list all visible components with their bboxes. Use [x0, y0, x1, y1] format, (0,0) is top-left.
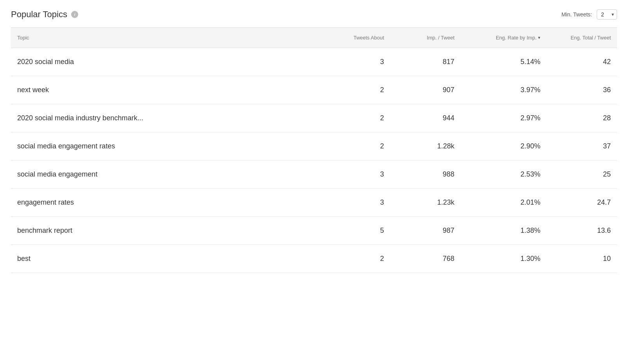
cell-eng-total: 36: [547, 79, 617, 101]
col-header-eng-rate[interactable]: Eng. Rate by Imp. ▾: [461, 32, 547, 44]
info-icon[interactable]: i: [71, 11, 78, 18]
cell-tweets-about: 2: [320, 135, 390, 157]
cell-eng-rate: 1.38%: [461, 219, 547, 242]
cell-imp-per-tweet: 907: [390, 79, 461, 101]
cell-eng-total: 25: [547, 163, 617, 186]
cell-topic: social media engagement rates: [11, 135, 320, 157]
col-header-topic: Topic: [11, 32, 320, 44]
cell-topic: engagement rates: [11, 191, 320, 214]
col-header-tweets-about: Tweets About: [320, 32, 390, 44]
cell-tweets-about: 2: [320, 107, 390, 129]
title-area: Popular Topics i: [11, 9, 78, 20]
table-row[interactable]: social media engagement39882.53%25: [11, 161, 617, 189]
cell-eng-rate: 1.30%: [461, 248, 547, 270]
cell-tweets-about: 5: [320, 219, 390, 242]
cell-topic: benchmark report: [11, 219, 320, 242]
table-row[interactable]: social media engagement rates21.28k2.90%…: [11, 132, 617, 161]
table-body: 2020 social media38175.14%42next week290…: [11, 48, 617, 273]
cell-eng-total: 42: [547, 51, 617, 73]
table-row[interactable]: best27681.30%10: [11, 245, 617, 273]
cell-topic: 2020 social media industry benchmark...: [11, 107, 320, 129]
cell-tweets-about: 3: [320, 163, 390, 186]
cell-imp-per-tweet: 944: [390, 107, 461, 129]
cell-eng-total: 10: [547, 248, 617, 270]
min-tweets-label: Min. Tweets:: [562, 11, 592, 18]
page-title: Popular Topics: [11, 9, 67, 20]
min-tweets-area: Min. Tweets: 2 3 5 10: [562, 9, 617, 20]
table-row[interactable]: engagement rates31.23k2.01%24.7: [11, 189, 617, 217]
cell-eng-rate: 2.90%: [461, 135, 547, 157]
cell-imp-per-tweet: 987: [390, 219, 461, 242]
cell-eng-rate: 2.97%: [461, 107, 547, 129]
table-row[interactable]: 2020 social media38175.14%42: [11, 48, 617, 76]
cell-tweets-about: 3: [320, 191, 390, 214]
cell-topic: best: [11, 248, 320, 270]
cell-tweets-about: 2: [320, 248, 390, 270]
table-row[interactable]: benchmark report59871.38%13.6: [11, 217, 617, 245]
cell-eng-total: 13.6: [547, 219, 617, 242]
cell-topic: social media engagement: [11, 163, 320, 186]
min-tweets-select-wrapper[interactable]: 2 3 5 10: [597, 9, 617, 20]
table-header-row: Topic Tweets About Imp. / Tweet Eng. Rat…: [11, 27, 617, 48]
cell-tweets-about: 2: [320, 79, 390, 101]
table-row[interactable]: next week29073.97%36: [11, 76, 617, 104]
cell-eng-total: 28: [547, 107, 617, 129]
cell-eng-rate: 3.97%: [461, 79, 547, 101]
cell-tweets-about: 3: [320, 51, 390, 73]
col-header-eng-total: Eng. Total / Tweet: [547, 32, 617, 44]
table-row[interactable]: 2020 social media industry benchmark...2…: [11, 104, 617, 132]
popular-topics-table: Topic Tweets About Imp. / Tweet Eng. Rat…: [11, 27, 617, 273]
cell-imp-per-tweet: 817: [390, 51, 461, 73]
col-header-imp-per-tweet: Imp. / Tweet: [390, 32, 461, 44]
cell-imp-per-tweet: 1.23k: [390, 191, 461, 214]
cell-imp-per-tweet: 1.28k: [390, 135, 461, 157]
cell-topic: 2020 social media: [11, 51, 320, 73]
cell-eng-total: 24.7: [547, 191, 617, 214]
col-header-eng-rate-label: Eng. Rate by Imp.: [496, 35, 536, 41]
cell-eng-rate: 2.53%: [461, 163, 547, 186]
cell-eng-rate: 2.01%: [461, 191, 547, 214]
page-header: Popular Topics i Min. Tweets: 2 3 5 10: [11, 9, 617, 20]
sort-arrow-icon: ▾: [538, 35, 540, 40]
min-tweets-select[interactable]: 2 3 5 10: [597, 9, 617, 20]
cell-eng-rate: 5.14%: [461, 51, 547, 73]
cell-imp-per-tweet: 768: [390, 248, 461, 270]
cell-eng-total: 37: [547, 135, 617, 157]
cell-imp-per-tweet: 988: [390, 163, 461, 186]
cell-topic: next week: [11, 79, 320, 101]
page-container: Popular Topics i Min. Tweets: 2 3 5 10 T…: [0, 0, 628, 282]
